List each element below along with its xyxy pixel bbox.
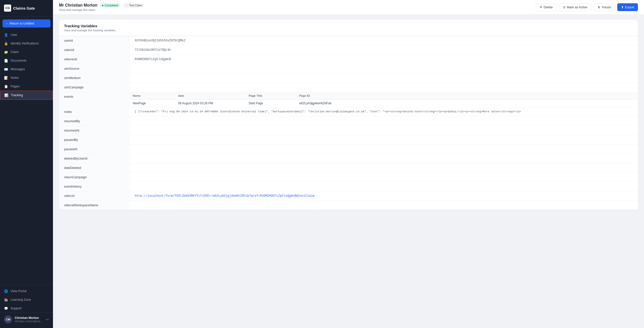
delete-button[interactable]: ✕ Delete [536,3,556,11]
export-button[interactable]: ⬆ Export [617,3,638,11]
view-portal-label: View Portal [11,289,26,293]
view-portal-icon: 🌐 [4,289,8,293]
content-area: Tracking Variables View and manage the t… [53,15,644,328]
table-row: utmSource [59,64,638,73]
event-name: NewPage [130,99,175,107]
tracking-val [130,64,638,73]
sidebar-item-user[interactable]: 👤 User [0,31,53,39]
tracking-icon: 📊 [4,93,8,97]
header-left: Mr Christian Morton ● Completed 📄 Test C… [59,3,144,11]
sidebar-item-pages-label: Pages [11,85,19,88]
pages-icon: 📋 [4,84,8,88]
tracking-key: dateDeleted [59,163,130,172]
return-button[interactable]: ← Return to Untitled [3,19,50,28]
refer-url-link[interactable]: http://localhost/form/fH2L3bkD3MkYYcfiOV… [135,194,315,198]
learning-zone-icon: 📚 [4,298,8,302]
tracking-val-events: Name date Page Title Page ID NewPage 09 … [130,92,638,107]
page-title: Mr Christian Morton ● Completed 📄 Test C… [59,3,144,8]
delete-icon: ✕ [540,5,542,9]
mark-active-button[interactable]: ⊙ Mark as Active [559,3,591,11]
table-row: resumedAt [59,126,638,135]
pause-icon: ⏸ [597,6,601,9]
table-row: pausedBy [59,135,638,145]
table-row: pausedAt [59,145,638,154]
tracking-val [130,126,638,135]
sidebar: CG Claims Gate ← Return to Untitled 👤 Us… [0,0,53,328]
events-table-row: NewPage 09 August 2024 03:26 PM Start Pa… [130,99,638,107]
messages-icon: ✉️ [4,67,8,71]
tracking-val: XUYUhB2oxVQt2d5h5XxZGfbtQMk2 [130,36,638,45]
table-row: utmCampaign [59,83,638,92]
tracking-key: userId [59,36,130,45]
sidebar-nav: 👤 User 🔒 Identity Verifications 📁 Claim … [0,31,53,285]
user-icon: 👤 [4,33,8,37]
sidebar-item-tracking-label: Tracking [11,93,23,97]
sidebar-item-documents[interactable]: 📄 Documents [0,56,53,65]
tracking-key: deletedByUserId [59,154,130,163]
table-row: utmMedium [59,73,638,83]
events-table-header: Name date Page Title Page ID [130,92,638,99]
table-row-events: events Name date Page Title Page ID NewP… [59,92,638,107]
tracking-key: referralWorkspaceName [59,201,130,210]
tracking-val [130,163,638,172]
sidebar-item-identity-verifications[interactable]: 🔒 Identity Verifications [0,39,53,48]
events-col-name-header: Name [130,92,175,99]
support-icon: 💬 [4,306,8,310]
tracking-val [130,201,638,210]
card-title: Tracking Variables [64,24,633,28]
sidebar-item-view-portal[interactable]: 🌐 View Portal [0,287,53,295]
avatar: CM [4,315,12,323]
sidebar-user: CM Christian Morton christian.morton@cla… [0,313,53,326]
table-row: referUrl http://localhost/form/fH2L3bkD3… [59,191,638,201]
event-page-title: Start Page [246,99,296,107]
app-name: Claims Gate [13,6,35,10]
tracking-key: eventHistory [59,182,130,191]
tracking-val [130,145,638,154]
table-row: eventHistory [59,182,638,191]
tracking-key: referUrl [59,191,130,200]
logout-icon[interactable]: ↩ [46,317,49,321]
tracking-key: resumedAt [59,126,130,135]
identity-icon: 🔒 [4,41,8,45]
tracking-val [130,154,638,163]
sidebar-item-messages[interactable]: ✉️ Messages [0,65,53,73]
events-col-page-id-header: Page ID [296,92,638,99]
tracking-key-events: events [59,92,130,107]
sidebar-item-learning-zone[interactable]: 📚 Learning Zone [0,295,53,304]
tracking-val [130,173,638,182]
tracking-val [130,117,638,126]
support-label: Support [11,307,22,310]
tracking-key: utmSource [59,64,130,73]
tracking-val [130,83,638,92]
tracking-key: resumedBy [59,117,130,126]
table-row: dateDeleted [59,163,638,173]
sidebar-item-support[interactable]: 💬 Support [0,304,53,313]
tracking-key: utmCampaign [59,83,130,92]
sidebar-item-messages-label: Messages [11,67,25,71]
table-row: notes [ {"createdAt": "Fri Aug 09 2024 1… [59,107,638,117]
sidebar-item-pages[interactable]: 📋 Pages [0,82,53,91]
tracking-key: pausedBy [59,135,130,144]
table-row: deletedByUserId [59,154,638,163]
sidebar-item-claim[interactable]: 📁 Claim [0,48,53,56]
documents-icon: 📄 [4,59,8,63]
claim-name: Mr Christian Morton [59,3,97,8]
table-row: returnCampaign [59,173,638,182]
tracking-val [130,182,638,191]
pause-button[interactable]: ⏸ Pause [594,4,614,11]
sidebar-item-claim-label: Claim [11,50,19,54]
table-row: resumedBy [59,117,638,126]
status-badge-completed: ● Completed [100,3,120,7]
table-row: userId XUYUhB2oxVQt2d5h5XxZGfbtQMk2 [59,36,638,45]
sidebar-item-documents-label: Documents [11,59,26,62]
events-col-page-title-header: Page Title [246,92,296,99]
table-row: claimId 7ItXGlbUz9H7Lb7GQr4n [59,45,638,55]
tracking-key: referrerId [59,55,130,64]
tracking-key: utmMedium [59,73,130,83]
sidebar-item-notes[interactable]: 📝 Notes [0,73,53,82]
tracking-card: Tracking Variables View and manage the t… [59,20,638,210]
tracking-key: notes [59,107,130,116]
user-email: christian.morton@claims.. [15,320,43,323]
sidebar-item-tracking[interactable]: 📊 Tracking [0,91,53,100]
status-badge-test: 📄 Test Claim [123,3,144,8]
